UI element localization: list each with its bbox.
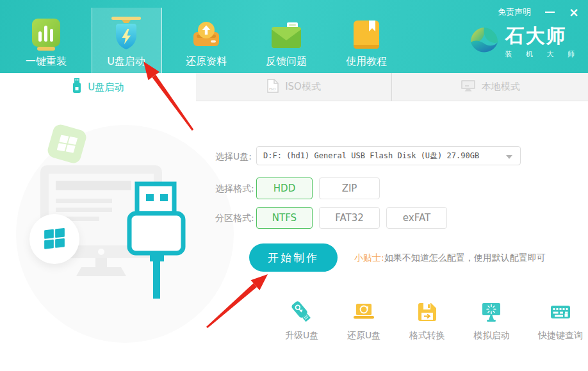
usb-select-dropdown[interactable]: D:F: (hd1) General USB Flash Disk (U盘) 2…	[256, 146, 521, 165]
nav-label: 一键重装	[26, 55, 67, 69]
usb-plug-illustration	[126, 181, 190, 306]
partition-options: NTFS FAT32 exFAT	[256, 207, 447, 229]
tab-usb-boot[interactable]: U盘启动	[0, 73, 196, 101]
usb-upgrade-icon	[290, 300, 313, 324]
tool-label: 快捷键查询	[538, 330, 583, 342]
usb-select-value: D:F: (hd1) General USB Flash Disk (U盘) 2…	[263, 147, 479, 165]
tab-label: 本地模式	[482, 81, 520, 93]
floppy-convert-icon	[416, 300, 438, 324]
nav-label: 反馈问题	[266, 55, 307, 69]
usb-select-label: 选择U盘:	[215, 151, 252, 163]
main-panel: 选择U盘: D:F: (hd1) General USB Flash Disk …	[0, 101, 588, 371]
partition-option-exfat[interactable]: exFAT	[386, 207, 447, 229]
nav-label: 使用教程	[346, 55, 387, 69]
book-icon	[352, 15, 381, 53]
titlebar-controls: 免责声明 ×	[498, 6, 579, 18]
tool-restore-usb[interactable]: 还原U盘	[347, 300, 380, 342]
close-icon[interactable]: ×	[569, 7, 579, 17]
tip-text: 小贴士:如果不知道怎么配置，使用默认配置即可	[354, 252, 546, 264]
tool-hotkey-lookup[interactable]: 快捷键查询	[538, 300, 583, 342]
tool-label: 还原U盘	[347, 330, 380, 342]
nav-item-restore-data[interactable]: 还原资料	[174, 0, 238, 73]
keyboard-icon	[549, 300, 572, 324]
tool-label: 模拟启动	[473, 330, 509, 342]
chevron-down-icon	[506, 155, 512, 159]
partition-option-fat32[interactable]: FAT32	[319, 207, 380, 229]
tab-label: ISO模式	[285, 81, 321, 93]
format-option-zip[interactable]: ZIP	[319, 177, 380, 199]
windows-logo-badge	[29, 214, 79, 264]
tab-local-mode[interactable]: 本地模式	[391, 73, 588, 101]
bar-chart-icon	[31, 15, 61, 53]
tool-label: 格式转换	[409, 330, 445, 342]
tool-simulate-boot[interactable]: 模拟启动	[473, 300, 509, 342]
tool-upgrade-usb[interactable]: 升级U盘	[285, 300, 318, 342]
disclaimer-link[interactable]: 免责声明	[498, 6, 531, 18]
brand-logo: 石大师 装 机 大 师	[468, 26, 581, 59]
monitor-icon	[461, 79, 476, 95]
brand-subtitle: 装 机 大 师	[505, 49, 581, 59]
nav-label: 还原资料	[186, 55, 227, 69]
usb-drive-icon	[72, 78, 82, 96]
format-option-hdd[interactable]: HDD	[256, 177, 313, 199]
tool-label: 升级U盘	[285, 330, 318, 342]
brand-name: 石大师	[505, 26, 581, 46]
minimize-icon[interactable]	[545, 12, 555, 13]
partition-select-label: 分区格式:	[215, 213, 254, 224]
svg-text:ISO: ISO	[269, 87, 276, 91]
nav-item-usb-boot[interactable]: U盘启动	[94, 0, 158, 73]
monitor-boot-icon	[480, 300, 503, 324]
nav-item-feedback[interactable]: 反馈问题	[254, 0, 318, 73]
iso-file-icon: ISO	[266, 78, 279, 96]
start-make-button[interactable]: 开始制作	[249, 243, 338, 272]
main-nav: 一键重装 U盘启动	[14, 0, 414, 73]
restore-box-icon	[190, 15, 223, 53]
nav-label: U盘启动	[107, 55, 145, 69]
tool-format-convert[interactable]: 格式转换	[409, 300, 445, 342]
nav-item-tutorial[interactable]: 使用教程	[334, 0, 398, 73]
format-options: HDD ZIP	[256, 177, 380, 199]
brand-swirl-icon	[468, 26, 499, 59]
nav-item-reinstall[interactable]: 一键重装	[14, 0, 78, 73]
tip-prefix: 小贴士:	[354, 252, 384, 263]
utility-toolbar: 升级U盘 还原U盘	[285, 300, 583, 342]
partition-option-ntfs[interactable]: NTFS	[256, 207, 313, 229]
format-select-label: 选择格式:	[215, 183, 254, 195]
mail-icon	[270, 15, 303, 53]
app-window: 一键重装 U盘启动	[0, 0, 588, 371]
laptop-restore-icon	[352, 300, 375, 324]
tab-iso-mode[interactable]: ISO ISO模式	[196, 73, 392, 101]
shield-bolt-icon	[110, 15, 143, 53]
header-bar: 一键重装 U盘启动	[0, 0, 588, 73]
mode-tabs: U盘启动 ISO ISO模式 本地模式	[0, 73, 588, 101]
tab-label: U盘启动	[88, 81, 124, 94]
